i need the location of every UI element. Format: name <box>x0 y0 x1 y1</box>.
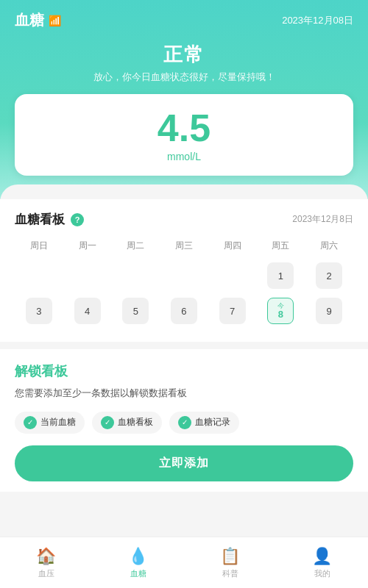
cal-cell-3[interactable]: 3 <box>15 295 63 327</box>
board-date: 2023年12月8日 <box>292 213 353 226</box>
cal-cell-empty-1 <box>15 259 63 292</box>
app-title: 血糖 <box>15 10 44 30</box>
value-card: 4.5 mmol/L <box>15 94 353 176</box>
bottom-nav: 🏠 血压 💧 血糖 📋 科普 👤 我的 <box>0 537 368 588</box>
status-label: 正常 <box>15 42 353 68</box>
nav-item-science[interactable]: 📋 科普 <box>184 547 276 579</box>
badge-label-2: 血糖看板 <box>118 416 153 429</box>
board-title: 血糖看板 <box>15 211 65 228</box>
board-header: 血糖看板 ? 2023年12月8日 <box>15 211 353 228</box>
badge-current-blood-sugar: ✓ 当前血糖 <box>15 412 85 434</box>
cal-cell-9[interactable]: 9 <box>305 295 353 327</box>
nav-label-blood-sugar: 血糖 <box>130 568 146 579</box>
nav-icon-blood-pressure: 🏠 <box>36 547 56 566</box>
nav-label-science: 科普 <box>222 568 238 579</box>
cal-day-2: 周二 <box>111 237 160 255</box>
check-icon-2: ✓ <box>101 416 114 429</box>
cal-day-6: 周六 <box>305 237 353 255</box>
nav-label-mine: 我的 <box>314 568 330 579</box>
add-now-button[interactable]: 立即添加 <box>15 445 353 481</box>
cal-cell-2[interactable]: 2 <box>305 259 353 292</box>
hero-section: 血糖 📶 2023年12月08日 正常 放心，你今日血糖状态很好，尽量保持哦！ … <box>0 0 368 205</box>
cal-cell-7[interactable]: 7 <box>208 295 257 327</box>
cal-header-row: 周日 周一 周二 周三 周四 周五 周六 <box>15 237 353 255</box>
cal-cell-empty-2 <box>63 259 112 292</box>
badge-label-1: 当前血糖 <box>40 416 76 429</box>
cal-cell-4[interactable]: 4 <box>63 295 112 327</box>
unlock-desc: 您需要添加至少一条数据以解锁数据看板 <box>15 386 353 401</box>
unlock-section: 解锁看板 您需要添加至少一条数据以解锁数据看板 ✓ 当前血糖 ✓ 血糖看板 ✓ … <box>0 349 368 492</box>
cal-day-1: 周一 <box>63 237 112 255</box>
check-icon-1: ✓ <box>24 416 37 429</box>
status-section: 正常 放心，你今日血糖状态很好，尽量保持哦！ <box>0 36 368 94</box>
cal-day-3: 周三 <box>160 237 208 255</box>
cal-day-4: 周四 <box>208 237 257 255</box>
cal-day-5: 周五 <box>257 237 305 255</box>
nav-item-mine[interactable]: 👤 我的 <box>276 547 368 579</box>
badge-row: ✓ 当前血糖 ✓ 血糖看板 ✓ 血糖记录 <box>15 412 353 434</box>
value-unit: mmol/L <box>29 151 339 162</box>
nav-item-blood-sugar[interactable]: 💧 血糖 <box>92 547 184 579</box>
cal-cell-today[interactable]: 今 8 <box>257 295 305 327</box>
badge-blood-sugar-board: ✓ 血糖看板 <box>92 412 162 434</box>
app-title-row: 血糖 📶 <box>15 10 61 30</box>
top-bar: 血糖 📶 2023年12月08日 <box>0 0 368 36</box>
help-badge[interactable]: ? <box>71 213 84 226</box>
cal-row-2: 3 4 5 6 7 今 8 9 <box>15 295 353 327</box>
board-section: 血糖看板 ? 2023年12月8日 周日 周一 周二 周三 周四 周五 周六 <box>0 199 368 342</box>
cal-cell-5[interactable]: 5 <box>111 295 160 327</box>
header-date: 2023年12月08日 <box>282 14 353 27</box>
value-number: 4.5 <box>29 107 339 149</box>
nav-icon-mine: 👤 <box>312 547 332 566</box>
cal-cell-empty-4 <box>160 259 208 292</box>
wifi-icon: 📶 <box>49 15 61 26</box>
cal-cell-6[interactable]: 6 <box>160 295 208 327</box>
body-area: 血糖看板 ? 2023年12月8日 周日 周一 周二 周三 周四 周五 周六 <box>0 199 368 492</box>
calendar-grid: 周日 周一 周二 周三 周四 周五 周六 1 2 3 4 <box>15 237 353 327</box>
unlock-title: 解锁看板 <box>15 362 353 380</box>
cal-cell-empty-5 <box>208 259 257 292</box>
nav-icon-blood-sugar: 💧 <box>128 547 148 566</box>
nav-label-blood-pressure: 血压 <box>38 568 54 579</box>
cal-day-0: 周日 <box>15 237 63 255</box>
cal-cell-empty-3 <box>111 259 160 292</box>
badge-label-3: 血糖记录 <box>195 416 230 429</box>
status-desc: 放心，你今日血糖状态很好，尽量保持哦！ <box>15 71 353 84</box>
check-icon-3: ✓ <box>178 416 191 429</box>
nav-item-blood-pressure[interactable]: 🏠 血压 <box>0 547 92 579</box>
badge-blood-sugar-record: ✓ 血糖记录 <box>169 412 239 434</box>
board-title-row: 血糖看板 ? <box>15 211 84 228</box>
cal-row-1: 1 2 <box>15 259 353 292</box>
cal-cell-1[interactable]: 1 <box>257 259 305 292</box>
nav-icon-science: 📋 <box>220 547 240 566</box>
